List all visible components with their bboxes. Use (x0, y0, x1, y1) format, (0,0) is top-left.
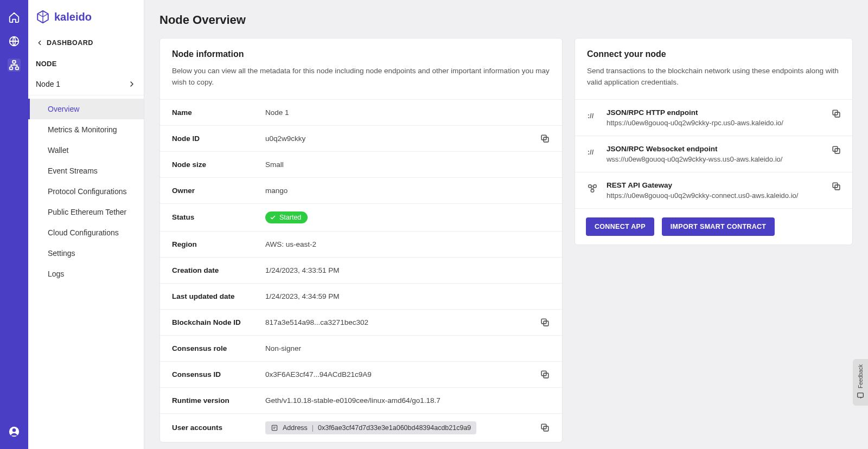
label-runtime: Runtime version (172, 396, 265, 405)
breadcrumb-back[interactable]: DASHBOARD (28, 33, 144, 52)
address-chip[interactable]: Address | 0x3f6ae3cf47d7d33e3e1a060bd483… (265, 421, 476, 434)
label-owner: Owner (172, 187, 265, 195)
node-select-label: Node 1 (36, 80, 60, 88)
value-cid: 0x3F6AE3cf47...94ACdB21c9A9 (265, 370, 372, 379)
node-info-subtitle: Below you can view all the metadata for … (172, 66, 550, 88)
page-title: Node Overview (159, 13, 853, 27)
brand-label: kaleido (54, 11, 92, 23)
address-chip-sep: | (312, 424, 314, 432)
globe-icon[interactable] (8, 35, 21, 48)
row-node-id: Node ID u0q2w9ckky (160, 126, 562, 152)
value-region: AWS: us-east-2 (265, 240, 550, 248)
row-size: Node size Small (160, 152, 562, 178)
copy-endpoint-gw-button[interactable] (831, 181, 841, 191)
row-role: Consensus role Non-signer (160, 336, 562, 362)
address-chip-value: 0x3f6ae3cf47d7d33e3e1a060bd48394acdb21c9… (318, 424, 471, 432)
copy-endpoint-ws-button[interactable] (831, 145, 841, 155)
row-region: Region AWS: us-east-2 (160, 232, 562, 258)
node-info-title: Node information (172, 49, 550, 59)
label-region: Region (172, 240, 265, 248)
subnav-metrics[interactable]: Metrics & Monitoring (28, 119, 144, 140)
value-name: Node 1 (265, 108, 550, 117)
row-updated: Last updated date 1/24/2023, 4:34:59 PM (160, 284, 562, 310)
icon-rail (0, 0, 28, 449)
chevron-left-icon (36, 39, 43, 47)
label-status: Status (172, 213, 265, 221)
check-icon (270, 214, 276, 221)
row-status: Status Started (160, 204, 562, 232)
feedback-tab[interactable]: Feedback (853, 359, 868, 406)
sidebar-section-label: NODE (28, 52, 144, 73)
value-bcnode: 817a3e514a98...ca3271bec302 (265, 318, 368, 326)
endpoint-ws: JSON/RPC Websocket endpoint wss://u0ew8g… (575, 136, 852, 172)
status-badge: Started (265, 211, 308, 223)
value-owner: mango (265, 187, 550, 195)
copy-bcnode-button[interactable] (540, 317, 550, 328)
connect-title: Connect your node (587, 49, 840, 59)
subnav: Overview Metrics & Monitoring Wallet Eve… (28, 95, 144, 284)
row-accounts: User accounts Address | 0x3f6ae3cf47d7d3… (160, 414, 562, 442)
user-icon[interactable] (8, 425, 21, 438)
brand[interactable]: kaleido (28, 0, 144, 33)
connect-app-button[interactable]: CONNECT APP (586, 217, 654, 236)
value-created: 1/24/2023, 4:33:51 PM (265, 266, 550, 274)
copy-cid-button[interactable] (540, 369, 550, 380)
label-name: Name (172, 108, 265, 117)
address-chip-label: Address (283, 424, 308, 432)
subnav-overview[interactable]: Overview (28, 99, 144, 119)
feedback-icon (856, 392, 865, 400)
endpoint-icon (586, 108, 599, 121)
gateway-icon (586, 181, 599, 194)
subnav-wallet[interactable]: Wallet (28, 140, 144, 161)
breadcrumb-label: DASHBOARD (47, 39, 93, 47)
network-icon[interactable] (8, 59, 21, 72)
label-updated: Last updated date (172, 292, 265, 300)
value-size: Small (265, 161, 550, 169)
subnav-protocol-config[interactable]: Protocol Configurations (28, 181, 144, 202)
row-cid: Consensus ID 0x3F6AE3cf47...94ACdB21c9A9 (160, 362, 562, 388)
main-content: Node Overview Node information Below you… (144, 0, 868, 449)
endpoint-ws-title: JSON/RPC Websocket endpoint (607, 145, 824, 153)
import-contract-button[interactable]: IMPORT SMART CONTRACT (662, 217, 775, 236)
label-role: Consensus role (172, 344, 265, 352)
sidebar: kaleido DASHBOARD NODE Node 1 Overview M… (28, 0, 144, 449)
chevron-right-icon (127, 80, 136, 88)
node-info-card: Node information Below you can view all … (159, 38, 563, 442)
subnav-logs[interactable]: Logs (28, 264, 144, 284)
label-bcnode: Blockchain Node ID (172, 318, 265, 326)
connect-subtitle: Send transactions to the blockchain netw… (587, 66, 840, 88)
value-role: Non-signer (265, 344, 550, 352)
row-created: Creation date 1/24/2023, 4:33:51 PM (160, 258, 562, 284)
endpoint-icon (586, 145, 599, 158)
subnav-settings[interactable]: Settings (28, 243, 144, 264)
label-accounts: User accounts (172, 424, 265, 432)
endpoint-gw-title: REST API Gateway (607, 181, 824, 189)
endpoint-gw-url: https://u0ew8gouoq-u0q2w9ckky-connect.us… (607, 191, 824, 200)
copy-address-button[interactable] (540, 422, 550, 433)
row-bcnode: Blockchain Node ID 817a3e514a98...ca3271… (160, 310, 562, 336)
copy-endpoint-http-button[interactable] (831, 108, 841, 119)
endpoint-http-url: https://u0ew8gouoq-u0q2w9ckky-rpc.us0-aw… (607, 119, 824, 127)
subnav-cloud-config[interactable]: Cloud Configurations (28, 222, 144, 243)
node-select[interactable]: Node 1 (28, 73, 144, 95)
subnav-event-streams[interactable]: Event Streams (28, 161, 144, 181)
subnav-ethereum-tether[interactable]: Public Ethereum Tether (28, 202, 144, 222)
label-node-id: Node ID (172, 134, 265, 143)
value-node-id: u0q2w9ckky (265, 134, 305, 143)
address-icon (271, 424, 278, 432)
row-runtime: Runtime version Geth/v1.10.18-stable-e01… (160, 388, 562, 414)
label-created: Creation date (172, 266, 265, 274)
feedback-label: Feedback (858, 364, 864, 388)
row-owner: Owner mango (160, 178, 562, 204)
value-runtime: Geth/v1.10.18-stable-e0109cee/linux-amd6… (265, 396, 550, 405)
value-updated: 1/24/2023, 4:34:59 PM (265, 292, 550, 300)
home-icon[interactable] (8, 11, 21, 24)
copy-node-id-button[interactable] (540, 133, 550, 144)
logo-icon (36, 10, 50, 24)
label-size: Node size (172, 161, 265, 169)
value-status: Started (279, 214, 301, 221)
endpoint-ws-url: wss://u0ew8gouoq-u0q2w9ckky-wss.us0-aws.… (607, 155, 824, 163)
endpoint-http: JSON/RPC HTTP endpoint https://u0ew8gouo… (575, 100, 852, 136)
endpoint-http-title: JSON/RPC HTTP endpoint (607, 108, 824, 117)
label-cid: Consensus ID (172, 370, 265, 379)
